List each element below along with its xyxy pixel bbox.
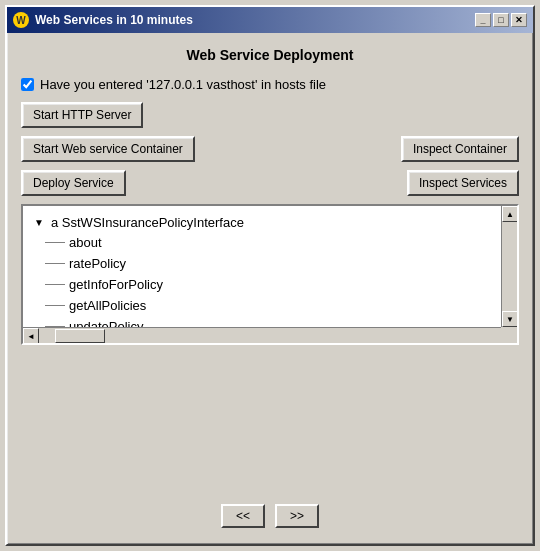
main-window: W Web Services in 10 minutes _ □ ✕ Web S… [5,5,535,546]
list-item[interactable]: about [31,232,513,253]
tree-root-label: a SstWSInsurancePolicyInterface [51,215,244,230]
maximize-button[interactable]: □ [493,13,509,27]
scroll-thumb-h[interactable] [55,329,105,343]
tree-content: ▼ a SstWSInsurancePolicyInterface about [23,206,517,343]
hosts-checkbox[interactable] [21,78,34,91]
title-bar: W Web Services in 10 minutes _ □ ✕ [7,7,533,33]
start-http-server-button[interactable]: Start HTTP Server [21,102,143,128]
start-web-container-button[interactable]: Start Web service Container [21,136,195,162]
tree-expander-icon[interactable]: ▼ [31,214,47,230]
http-server-row: Start HTTP Server [21,102,519,128]
minimize-button[interactable]: _ [475,13,491,27]
page-title: Web Service Deployment [21,43,519,67]
title-buttons: _ □ ✕ [475,13,527,27]
service-row: Deploy Service Inspect Services [21,170,519,196]
title-bar-left: W Web Services in 10 minutes [13,12,193,28]
prev-button[interactable]: << [221,504,265,528]
window-title: Web Services in 10 minutes [35,13,193,27]
window-icon: W [13,12,29,28]
tree-wrapper: ▼ a SstWSInsurancePolicyInterface about [21,204,519,488]
close-button[interactable]: ✕ [511,13,527,27]
tree-root-node[interactable]: ▼ a SstWSInsurancePolicyInterface [31,212,513,232]
checkbox-row: Have you entered '127.0.0.1 vasthost' in… [21,75,519,94]
tree-child-label: getInfoForPolicy [69,277,163,292]
list-item[interactable]: ratePolicy [31,253,513,274]
deploy-service-button[interactable]: Deploy Service [21,170,126,196]
list-item[interactable]: getInfoForPolicy [31,274,513,295]
list-item[interactable]: getAllPolicies [31,295,513,316]
inspect-services-button[interactable]: Inspect Services [407,170,519,196]
tree-child-label: getAllPolicies [69,298,146,313]
scroll-corner [501,327,517,343]
scroll-down-button[interactable]: ▼ [502,311,518,327]
next-button[interactable]: >> [275,504,319,528]
scroll-left-button[interactable]: ◄ [23,328,39,344]
tree-child-label: about [69,235,102,250]
checkbox-label: Have you entered '127.0.0.1 vasthost' in… [40,77,326,92]
tree-children: about ratePolicy getInfoForPolicy [31,232,513,337]
bottom-nav: << >> [21,496,519,534]
scroll-track-v [502,222,517,311]
horizontal-scrollbar[interactable]: ◄ [23,327,501,343]
tree-child-label: ratePolicy [69,256,126,271]
tree-panel: ▼ a SstWSInsurancePolicyInterface about [21,204,519,345]
vertical-scrollbar[interactable]: ▲ ▼ [501,206,517,327]
container-row: Start Web service Container Inspect Cont… [21,136,519,162]
tree-root: ▼ a SstWSInsurancePolicyInterface about [27,212,513,337]
content-area: Web Service Deployment Have you entered … [7,33,533,544]
scroll-up-button[interactable]: ▲ [502,206,518,222]
inspect-container-button[interactable]: Inspect Container [401,136,519,162]
